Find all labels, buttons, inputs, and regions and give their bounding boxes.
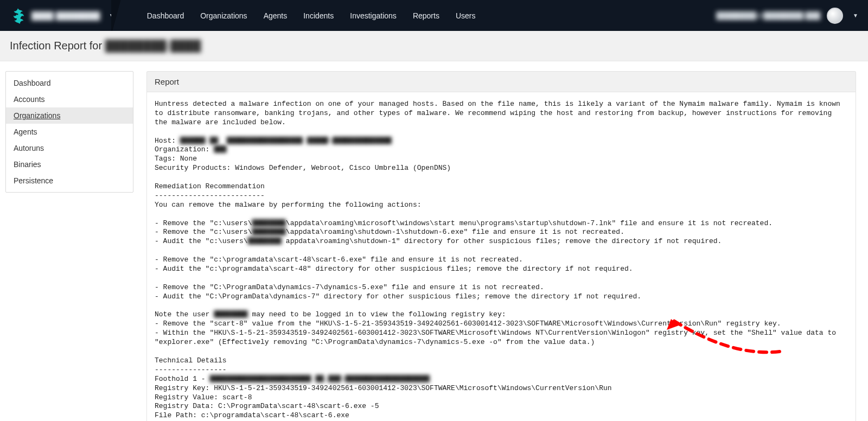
avatar[interactable] — [827, 8, 843, 24]
nav-users[interactable]: Users — [456, 11, 476, 20]
user-menu-caret-icon[interactable]: ▼ — [853, 12, 858, 18]
nav-incidents[interactable]: Incidents — [303, 11, 334, 20]
nav-links: Dashboard Organizations Agents Incidents… — [147, 11, 476, 20]
nav-agents[interactable]: Agents — [264, 11, 288, 20]
page-title: Infection Report for ████████-████ — [0, 31, 868, 61]
user-email: ████████@████████.███ — [716, 11, 820, 20]
org-selector-label[interactable]: ████ ████████ — [31, 11, 100, 20]
sidebar-item-dashboard[interactable]: Dashboard — [6, 75, 133, 91]
sidebar-item-agents[interactable]: Agents — [6, 124, 133, 140]
brand-logo-icon — [10, 8, 26, 24]
report-body: Huntress detected a malware infection on… — [146, 92, 856, 421]
title-prefix: Infection Report for — [10, 40, 105, 52]
nav-organizations[interactable]: Organizations — [200, 11, 247, 20]
nav-investigations[interactable]: Investigations — [350, 11, 397, 20]
nav-reports[interactable]: Reports — [413, 11, 439, 20]
sidebar-item-binaries[interactable]: Binaries — [6, 156, 133, 173]
sidebar-item-organizations[interactable]: Organizations — [6, 107, 133, 124]
top-nav: ████ ████████ ▼ Dashboard Organizations … — [0, 0, 868, 31]
sidebar-item-accounts[interactable]: Accounts — [6, 91, 133, 107]
sidebar: Dashboard Accounts Organizations Agents … — [5, 71, 133, 193]
panel-heading: Report — [146, 71, 856, 92]
sidebar-item-autoruns[interactable]: Autoruns — [6, 140, 133, 156]
svg-point-0 — [17, 13, 18, 15]
nav-dashboard[interactable]: Dashboard — [147, 11, 184, 20]
title-subject: ████████-████ — [105, 40, 201, 52]
sidebar-item-persistence[interactable]: Persistence — [6, 173, 133, 189]
